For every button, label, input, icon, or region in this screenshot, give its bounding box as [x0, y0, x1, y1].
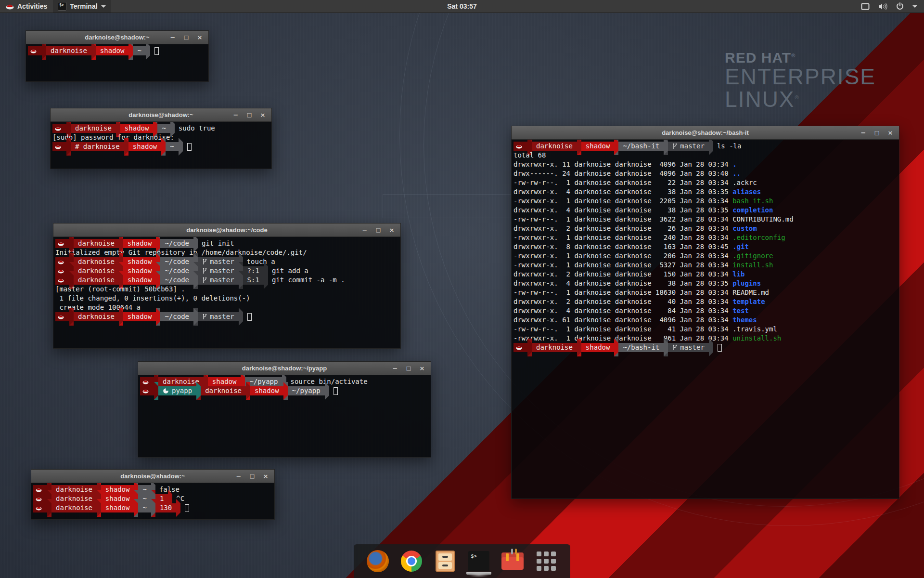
maximize-button[interactable]: □ — [373, 225, 383, 235]
minimize-button[interactable]: − — [168, 33, 178, 42]
app-menu-terminal[interactable]: $> Terminal — [53, 0, 110, 13]
terminal-body[interactable]: darknoiseshadow~/codegit initInitialized… — [53, 237, 400, 348]
terminal-output-line: -rwxrwxr-x. 1 darknoise darknoise 206 Ja… — [513, 251, 897, 261]
terminal-body[interactable]: darknoiseshadow~sudo true[sudo] password… — [51, 122, 271, 169]
terminal-prompt-line: pyappdarknoiseshadow~/pyapp — [140, 386, 429, 395]
minimize-button[interactable]: − — [360, 225, 370, 235]
prompt-segment-user: darknoise — [51, 494, 97, 503]
close-button[interactable]: × — [417, 364, 427, 373]
prompt-segment-host: shadow — [123, 257, 156, 266]
prompt-segment-hat — [55, 276, 69, 285]
output-text: -rwxrwxr-x. 1 darknoise darknoise 961 Ja… — [513, 334, 732, 342]
redhat-brand-wordmark: RED HAT® ENTERPRISE LINUX® — [725, 51, 876, 110]
output-text: drwxrwxr-x. 61 darknoise darknoise 4096 … — [513, 316, 732, 324]
terminal-body[interactable]: darknoiseshadow~ — [26, 44, 208, 81]
window-titlebar[interactable]: darknoise@shadow:~/pyapp−□× — [138, 362, 431, 375]
prompt-segment-user: darknoise — [51, 503, 97, 512]
terminal-prompt-line: darknoiseshadow~/codemasterS:1git commit… — [55, 276, 398, 285]
git-branch-icon — [672, 143, 677, 150]
prompt-segment-hat — [52, 142, 66, 151]
maximize-button[interactable]: □ — [181, 33, 191, 42]
maximize-button[interactable]: □ — [404, 364, 413, 373]
maximize-button[interactable]: □ — [247, 472, 257, 481]
output-text: create mode 100644 a — [55, 303, 141, 311]
command-text: ls -la — [717, 142, 742, 151]
terminal-prompt-line: darknoiseshadow~/codemaster?:1git add a — [55, 266, 398, 276]
redhat-fedora-icon — [6, 3, 14, 10]
prompt-segment-user: darknoise — [74, 257, 119, 266]
dock-chrome[interactable] — [400, 550, 423, 573]
toolbox-icon — [501, 552, 524, 570]
activities-label: Activities — [17, 2, 47, 10]
activities-button[interactable]: Activities — [0, 0, 53, 13]
dock-files[interactable] — [434, 550, 457, 573]
close-button[interactable]: × — [886, 128, 895, 138]
minimize-button[interactable]: − — [231, 110, 241, 120]
output-text: drwxrwxr-x. 2 darknoise darknoise 40 Jan… — [513, 298, 732, 305]
prompt-segment-path: ~/bash-it — [618, 343, 664, 352]
terminal-app-icon: $> — [58, 2, 66, 11]
terminal-output-line: -rw-rw-r--. 1 darknoise darknoise 22 Jan… — [513, 178, 897, 187]
terminal-output-line: drwxrwxr-x. 2 darknoise darknoise 150 Ja… — [513, 270, 897, 279]
terminal-output-line: -rw-rw-r--. 1 darknoise darknoise 18630 … — [513, 288, 897, 297]
prompt-segment-path: ~/code — [160, 276, 193, 285]
output-text: -rw-rw-r--. 1 darknoise darknoise 3622 J… — [513, 215, 794, 223]
close-button[interactable]: × — [195, 33, 205, 42]
maximize-button[interactable]: □ — [244, 110, 254, 120]
filename-dir: . — [732, 160, 736, 168]
powerline-separator-icon — [193, 308, 198, 326]
prompt-segment-path: ~/code — [160, 239, 193, 248]
terminal-prompt-line: darknoiseshadow~sudo true — [52, 124, 270, 133]
minimize-button[interactable]: − — [859, 128, 868, 138]
redhat-icon — [55, 126, 61, 131]
volume-icon[interactable] — [878, 3, 887, 10]
prompt-segment-user: darknoise — [71, 124, 116, 133]
git-branch-icon — [202, 268, 207, 275]
output-text: drwxrwxr-x. 4 darknoise darknoise 38 Jan… — [513, 279, 732, 287]
dock-toolbox[interactable] — [501, 550, 524, 573]
filename-dir: test — [732, 307, 749, 315]
minimize-button[interactable]: − — [234, 472, 244, 481]
redhat-icon — [142, 379, 149, 385]
firefox-icon — [367, 550, 389, 572]
terminal-body[interactable]: darknoiseshadow~/bash-itmasterls -latota… — [512, 140, 899, 499]
prompt-segment-host: shadow — [101, 494, 134, 503]
terminal-body[interactable]: darknoiseshadow~/pyappsource bin/activat… — [138, 375, 431, 457]
caret-down-icon[interactable] — [912, 5, 917, 8]
minimize-button[interactable]: − — [390, 364, 400, 373]
prompt-segment-hat — [33, 485, 47, 494]
terminal-output-line: create mode 100644 a — [55, 303, 398, 312]
git-branch-icon — [672, 344, 677, 351]
window-title: darknoise@shadow:~/bash-it — [512, 129, 899, 136]
power-icon[interactable] — [896, 2, 904, 10]
prompt-segment-host: shadow — [123, 239, 156, 248]
window-titlebar[interactable]: darknoise@shadow:~/code−□× — [53, 223, 400, 237]
close-button[interactable]: × — [387, 225, 397, 235]
terminal-output-line: -rwxrwxr-x. 1 darknoise darknoise 5327 J… — [513, 261, 897, 270]
clock[interactable]: Sat 03:57 — [447, 2, 476, 10]
prompt-segment-host: shadow — [101, 485, 134, 494]
window-titlebar[interactable]: darknoise@shadow:~−□× — [31, 470, 274, 483]
window-controls: −□× — [859, 128, 899, 138]
prompt-segment-host: shadow — [208, 377, 241, 386]
dock-terminal[interactable]: $> — [467, 550, 490, 573]
window-titlebar[interactable]: darknoise@shadow:~−□× — [51, 108, 271, 122]
close-button[interactable]: × — [261, 472, 270, 481]
window-title: darknoise@shadow:~/pyapp — [138, 365, 431, 372]
window-titlebar[interactable]: darknoise@shadow:~−□× — [26, 31, 208, 44]
wallpaper-rectangle — [383, 194, 512, 218]
prompt-segment-path: ~/code — [160, 257, 193, 266]
close-button[interactable]: × — [258, 110, 268, 120]
screen-icon[interactable] — [861, 3, 870, 10]
filename-dir: .git — [732, 243, 749, 250]
powerline-separator-icon — [325, 382, 329, 400]
dock-firefox[interactable] — [366, 550, 389, 573]
window-titlebar[interactable]: darknoise@shadow:~/bash-it−□× — [512, 126, 899, 140]
dock-app-grid[interactable] — [535, 550, 558, 573]
terminal-output-line: -rw-rw-r--. 1 darknoise darknoise 3622 J… — [513, 215, 897, 224]
window-controls: −□× — [234, 472, 274, 481]
terminal-body[interactable]: darknoiseshadow~falsedarknoiseshadow~1^C… — [31, 483, 274, 519]
maximize-button[interactable]: □ — [872, 128, 882, 138]
powerline-separator-icon — [283, 382, 288, 400]
terminal-prompt-line: darknoiseshadow~/codemastertouch a — [55, 257, 398, 266]
